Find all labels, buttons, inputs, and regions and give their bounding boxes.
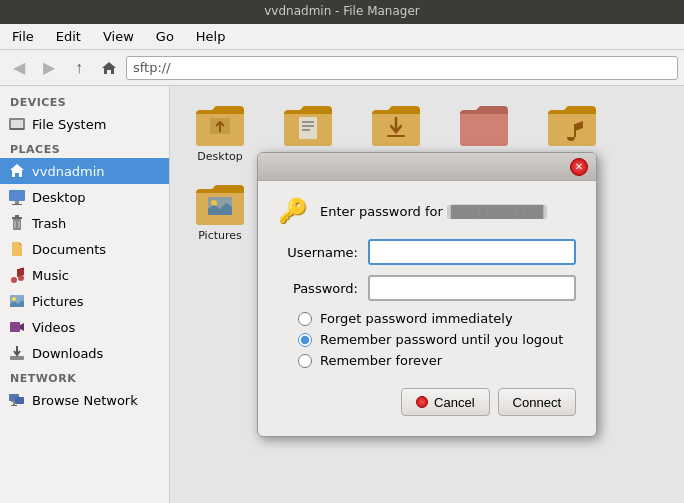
dialog-titlebar: ✕	[258, 153, 596, 181]
sidebar-item-vvdnadmin[interactable]: vvdnadmin	[0, 158, 169, 184]
radio-until-logout-input[interactable]	[298, 333, 312, 347]
sidebar-item-file-system[interactable]: File System	[0, 111, 169, 137]
videos-sidebar-icon	[8, 318, 26, 336]
dialog-title-text: Enter password for ██████████	[320, 204, 547, 219]
dialog-overlay: ✕ 🔑 Enter password for ██████████ Userna…	[170, 86, 684, 503]
menubar: File Edit View Go Help	[0, 24, 684, 50]
cancel-dot-icon	[416, 396, 428, 408]
network-section-label: NETWORK	[0, 366, 169, 387]
radio-forever: Remember forever	[298, 353, 576, 368]
sidebar-item-videos[interactable]: Videos	[0, 314, 169, 340]
menu-view[interactable]: View	[97, 27, 140, 46]
svg-rect-3	[9, 190, 25, 201]
svg-point-15	[12, 297, 16, 301]
radio-forever-label: Remember forever	[320, 353, 442, 368]
vvdnadmin-label: vvdnadmin	[32, 164, 105, 179]
svg-rect-4	[15, 201, 19, 204]
sidebar-item-music[interactable]: Music	[0, 262, 169, 288]
cancel-label: Cancel	[434, 395, 474, 410]
radio-forget-input[interactable]	[298, 312, 312, 326]
pictures-sidebar-icon	[8, 292, 26, 310]
forward-button[interactable]: ▶	[36, 55, 62, 81]
password-dialog: ✕ 🔑 Enter password for ██████████ Userna…	[257, 152, 597, 437]
places-section-label: PLACES	[0, 137, 169, 158]
file-system-label: File System	[32, 117, 106, 132]
documents-sidebar-icon	[8, 240, 26, 258]
cancel-button[interactable]: Cancel	[401, 388, 489, 416]
sidebar-item-trash[interactable]: Trash	[0, 210, 169, 236]
connect-button[interactable]: Connect	[498, 388, 576, 416]
sidebar-item-browse-network[interactable]: Browse Network	[0, 387, 169, 413]
svg-rect-2	[10, 128, 24, 130]
devices-section-label: DEVICES	[0, 90, 169, 111]
menu-help[interactable]: Help	[190, 27, 232, 46]
connect-label: Connect	[513, 395, 561, 410]
toolbar: ◀ ▶ ↑ sftp://	[0, 50, 684, 86]
password-row: Password:	[278, 275, 576, 301]
sidebar-item-downloads[interactable]: Downloads	[0, 340, 169, 366]
sidebar-item-pictures[interactable]: Pictures	[0, 288, 169, 314]
music-sidebar-icon	[8, 266, 26, 284]
radio-forever-input[interactable]	[298, 354, 312, 368]
username-input[interactable]	[368, 239, 576, 265]
svg-rect-6	[13, 219, 21, 230]
sidebar-item-documents[interactable]: Documents	[0, 236, 169, 262]
radio-until-logout-label: Remember password until you logout	[320, 332, 563, 347]
username-label: Username:	[278, 245, 368, 260]
browse-network-label: Browse Network	[32, 393, 138, 408]
svg-rect-7	[12, 217, 22, 219]
trash-sidebar-icon	[8, 214, 26, 232]
home-button[interactable]	[96, 55, 122, 81]
svg-rect-8	[15, 215, 19, 217]
downloads-label: Downloads	[32, 346, 103, 361]
username-row: Username:	[278, 239, 576, 265]
downloads-sidebar-icon	[8, 344, 26, 362]
titlebar-title: vvdnadmin - File Manager	[264, 4, 419, 18]
sidebar: DEVICES File System PLACES vvdnadmin Des…	[0, 86, 170, 503]
radio-until-logout: Remember password until you logout	[298, 332, 576, 347]
up-button[interactable]: ↑	[66, 55, 92, 81]
dialog-content: 🔑 Enter password for ██████████ Username…	[258, 181, 596, 436]
music-label: Music	[32, 268, 69, 283]
back-button[interactable]: ◀	[6, 55, 32, 81]
browse-network-icon	[8, 391, 26, 409]
menu-edit[interactable]: Edit	[50, 27, 87, 46]
svg-rect-22	[15, 397, 24, 404]
documents-label: Documents	[32, 242, 106, 257]
hostname-masked: ██████████	[447, 205, 547, 219]
dialog-close-button[interactable]: ✕	[570, 158, 588, 176]
menu-go[interactable]: Go	[150, 27, 180, 46]
trash-label: Trash	[32, 216, 66, 231]
dialog-buttons: Cancel Connect	[278, 382, 576, 420]
password-input[interactable]	[368, 275, 576, 301]
videos-label: Videos	[32, 320, 75, 335]
titlebar: vvdnadmin - File Manager	[0, 0, 684, 24]
address-bar: sftp://	[126, 56, 678, 80]
svg-rect-1	[11, 120, 23, 128]
main-layout: DEVICES File System PLACES vvdnadmin Des…	[0, 86, 684, 503]
content-area: Desktop Documents	[170, 86, 684, 503]
svg-point-11	[11, 277, 17, 283]
radio-forget-label: Forget password immediately	[320, 311, 513, 326]
desktop-sidebar-icon	[8, 188, 26, 206]
enter-password-label: Enter password for	[320, 204, 447, 219]
svg-rect-16	[10, 322, 20, 332]
menu-file[interactable]: File	[6, 27, 40, 46]
file-system-icon	[8, 115, 26, 133]
password-label: Password:	[278, 281, 368, 296]
radio-forget: Forget password immediately	[298, 311, 576, 326]
dialog-header: 🔑 Enter password for ██████████	[278, 197, 576, 225]
home-sidebar-icon	[8, 162, 26, 180]
svg-rect-5	[12, 204, 22, 205]
sidebar-item-desktop[interactable]: Desktop	[0, 184, 169, 210]
key-icon: 🔑	[278, 197, 308, 225]
pictures-label: Pictures	[32, 294, 83, 309]
svg-rect-20	[13, 402, 15, 405]
svg-rect-21	[11, 405, 17, 406]
radio-group: Forget password immediately Remember pas…	[278, 311, 576, 368]
desktop-label: Desktop	[32, 190, 86, 205]
address-text: sftp://	[133, 60, 171, 75]
